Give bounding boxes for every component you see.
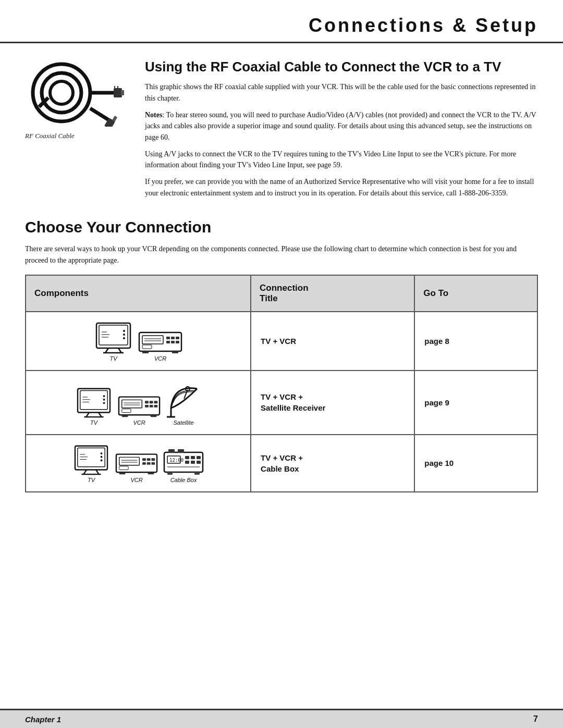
- main-content: RF Coaxial Cable Using the RF Coaxial Ca…: [0, 43, 563, 503]
- device-row-3: TV: [35, 443, 241, 483]
- tv-icon-2: [75, 386, 113, 418]
- tv-device-1: TV: [94, 320, 133, 362]
- svg-rect-56: [122, 415, 128, 417]
- svg-rect-101: [194, 472, 200, 475]
- connection-table: Components ConnectionTitle Go To: [25, 275, 538, 492]
- rf-paragraph-1: This graphic shows the RF coaxial cable …: [145, 81, 538, 104]
- svg-rect-55: [122, 409, 131, 413]
- rf-cable-image: [25, 59, 124, 127]
- svg-rect-27: [176, 337, 179, 339]
- tv-device-2: TV: [75, 386, 113, 426]
- svg-rect-33: [172, 351, 178, 353]
- svg-rect-54: [154, 405, 157, 408]
- svg-rect-24: [142, 336, 163, 344]
- table-row: TV: [26, 312, 537, 371]
- svg-text:12:00: 12:00: [169, 458, 183, 463]
- satellite-icon: [166, 379, 201, 418]
- vcr-icon-3: [115, 450, 158, 476]
- svg-rect-82: [151, 462, 155, 465]
- choose-title: Choose Your Connection: [25, 218, 538, 236]
- svg-line-39: [99, 412, 102, 417]
- table-header-row: Components ConnectionTitle Go To: [26, 275, 537, 312]
- svg-rect-91: [185, 456, 189, 459]
- svg-rect-76: [119, 457, 140, 465]
- svg-rect-79: [151, 458, 155, 461]
- choose-section: Choose Your Connection There are several…: [25, 218, 538, 492]
- svg-rect-98: [168, 449, 175, 453]
- rf-section-title: Using the RF Coaxial Cable to Connect th…: [145, 59, 538, 75]
- svg-rect-77: [142, 458, 146, 461]
- rf-image-column: RF Coaxial Cable: [25, 59, 129, 204]
- svg-rect-83: [119, 466, 128, 470]
- page-title: Connections & Setup: [25, 15, 538, 36]
- svg-rect-5: [121, 90, 124, 95]
- components-cell-3: TV: [26, 435, 251, 492]
- svg-rect-93: [197, 456, 201, 459]
- page-footer: Chapter 1 7: [0, 709, 563, 728]
- title-cell-3: TV + VCR +Cable Box: [251, 435, 414, 492]
- page-header: Connections & Setup: [0, 0, 563, 43]
- choose-intro: There are several ways to hook up your V…: [25, 243, 538, 266]
- svg-point-74: [101, 459, 103, 461]
- svg-line-9: [90, 108, 111, 121]
- vcr-device-2: VCR: [118, 392, 161, 426]
- components-cell-2: TV: [26, 371, 251, 435]
- svg-line-15: [118, 348, 121, 353]
- svg-rect-99: [178, 449, 184, 453]
- svg-rect-53: [150, 405, 153, 408]
- goto-header: Go To: [414, 275, 537, 312]
- svg-point-1: [42, 73, 81, 113]
- satellite-device: Satellite: [166, 379, 201, 426]
- svg-rect-85: [148, 472, 154, 474]
- rf-section: RF Coaxial Cable Using the RF Coaxial Ca…: [25, 59, 538, 204]
- components-cell-1: TV: [26, 312, 251, 371]
- svg-rect-50: [150, 401, 153, 403]
- svg-rect-100: [167, 472, 173, 475]
- cablebox-icon: 12:00: [163, 447, 204, 476]
- svg-point-45: [103, 399, 105, 401]
- device-row-2: TV: [35, 379, 241, 426]
- tv-device-3: TV: [72, 443, 110, 483]
- vcr-label-3: VCR: [130, 477, 142, 483]
- svg-point-46: [103, 402, 105, 404]
- goto-cell-2: page 9: [414, 371, 537, 435]
- svg-line-14: [105, 348, 108, 353]
- svg-rect-57: [151, 415, 157, 417]
- vcr-device-3: VCR: [115, 450, 158, 483]
- rf-paragraph-2: Notes: To hear stereo sound, you will ne…: [145, 109, 538, 143]
- tv-icon-3: [72, 443, 110, 476]
- svg-rect-26: [171, 337, 175, 339]
- rf-paragraph-4: If you prefer, we can provide you with t…: [145, 176, 538, 199]
- svg-rect-81: [147, 462, 151, 465]
- svg-rect-48: [122, 400, 142, 408]
- tv-label-1: TV: [110, 355, 117, 362]
- title-cell-1: TV + VCR: [251, 312, 414, 371]
- svg-rect-31: [142, 345, 152, 349]
- vcr-label-1: VCR: [154, 355, 166, 362]
- svg-rect-96: [197, 461, 201, 464]
- svg-rect-64: [75, 446, 107, 470]
- rf-text-column: Using the RF Coaxial Cable to Connect th…: [145, 59, 538, 204]
- svg-rect-32: [142, 351, 149, 353]
- svg-point-21: [123, 334, 125, 336]
- device-row-1: TV: [35, 320, 241, 362]
- satellite-label: Satellite: [173, 419, 193, 426]
- svg-line-66: [83, 470, 87, 474]
- svg-point-44: [103, 395, 105, 397]
- svg-rect-92: [191, 456, 195, 459]
- svg-rect-4: [114, 88, 122, 97]
- connection-title-header: ConnectionTitle: [251, 275, 414, 312]
- svg-line-38: [86, 412, 89, 417]
- svg-rect-28: [166, 341, 170, 343]
- svg-point-72: [101, 452, 103, 454]
- svg-point-22: [123, 337, 125, 339]
- svg-rect-51: [154, 401, 157, 403]
- rf-caption: RF Coaxial Cable: [25, 132, 129, 140]
- cablebox-device: 12:00: [163, 447, 204, 483]
- footer-page: 7: [533, 714, 538, 724]
- rf-paragraph-3: Using A/V jacks to connect the VCR to th…: [145, 149, 538, 171]
- svg-point-73: [101, 456, 103, 458]
- svg-rect-29: [171, 341, 175, 343]
- svg-line-67: [96, 470, 99, 474]
- svg-rect-78: [147, 458, 151, 461]
